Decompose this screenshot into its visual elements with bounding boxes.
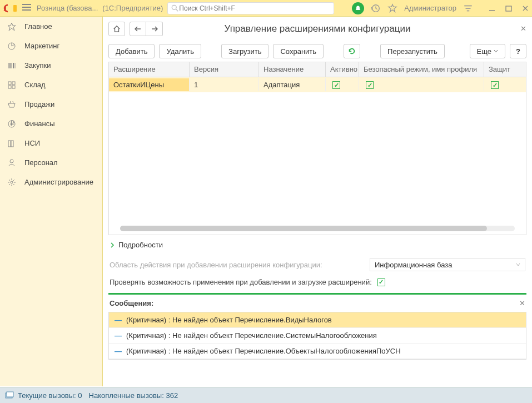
- favorite-icon[interactable]: [387, 3, 397, 13]
- sidebar-label: Закупки: [24, 61, 51, 69]
- forward-button[interactable]: [146, 22, 163, 36]
- scope-select[interactable]: Информационная база: [370, 258, 525, 271]
- restart-button[interactable]: Перезапустить: [380, 44, 445, 58]
- svg-line-3: [176, 9, 178, 11]
- app-logo: 1: [3, 3, 18, 14]
- add-button[interactable]: Добавить: [108, 44, 155, 58]
- checkbox-icon[interactable]: [491, 81, 499, 89]
- svg-rect-21: [12, 86, 15, 88]
- sidebar-label: Склад: [24, 81, 46, 89]
- search-input[interactable]: [179, 4, 330, 12]
- grid-icon: [7, 80, 17, 90]
- sidebar-label: Маркетинг: [24, 42, 59, 50]
- titlebar: 1 Розница (базова... (1С:Предприятие) Ад…: [0, 0, 532, 17]
- col-purpose[interactable]: Назначение: [259, 62, 326, 77]
- app-title: Розница (базова...: [37, 4, 98, 12]
- extensions-table: Расширение Версия Назначение Активно Без…: [108, 62, 526, 235]
- details-label: Подробности: [118, 241, 163, 249]
- delete-button[interactable]: Удалить: [159, 44, 201, 58]
- col-active[interactable]: Активно: [326, 62, 359, 77]
- sidebar-item-sales[interactable]: Продажи: [0, 94, 102, 114]
- app-subtitle: (1С:Предприятие): [102, 4, 163, 12]
- settings-lines-icon[interactable]: [463, 3, 473, 13]
- close-icon[interactable]: [522, 5, 529, 12]
- status-current: Текущие вызовы: 0: [18, 391, 82, 400]
- save-button[interactable]: Сохранить: [273, 44, 324, 58]
- scope-row: Область действия при добавлении расширен…: [103, 255, 532, 275]
- svg-rect-18: [8, 82, 11, 84]
- refresh-button[interactable]: [344, 44, 360, 58]
- dash-icon: —: [115, 347, 122, 355]
- sidebar-item-finance[interactable]: ₽ Финансы: [0, 114, 102, 133]
- pie-icon: [7, 41, 17, 51]
- chevron-down-icon: [516, 262, 520, 267]
- table-row[interactable]: ОстаткиИЦены 1 Адаптация: [109, 77, 526, 92]
- col-safemode[interactable]: Безопасный режим, имя профиля: [359, 62, 484, 77]
- more-label: Еще: [477, 47, 491, 56]
- toolbar: Добавить Удалить Загрузить Сохранить Пер…: [103, 41, 532, 62]
- main-area: Управление расширениями конфигурации ✕ Д…: [103, 17, 532, 386]
- sidebar-label: НСИ: [24, 139, 40, 147]
- cell-safemode[interactable]: [359, 78, 484, 92]
- sidebar-label: Администрирование: [24, 178, 93, 186]
- chevron-down-icon: [494, 49, 498, 53]
- sidebar-item-main[interactable]: Главное: [0, 17, 102, 36]
- star-icon: [7, 22, 17, 32]
- nav-group: [130, 22, 163, 36]
- checkbox-icon[interactable]: [366, 81, 374, 89]
- page-title: Управление расширениями конфигурации: [103, 23, 532, 34]
- svg-rect-24: [8, 141, 11, 147]
- cell-name: ОстаткиИЦены: [109, 78, 190, 91]
- search-wrap[interactable]: [167, 2, 334, 14]
- load-button[interactable]: Загрузить: [221, 44, 269, 58]
- basket-icon: [7, 99, 17, 110]
- user-label[interactable]: Администратор: [404, 4, 456, 12]
- history-icon[interactable]: [371, 3, 381, 13]
- messages-list: — (Критичная) : Не найден объект Перечис…: [108, 312, 526, 360]
- sidebar-item-nsi[interactable]: НСИ: [0, 133, 102, 153]
- horizontal-scrollbar[interactable]: [109, 223, 526, 233]
- sidebar-item-purchases[interactable]: Закупки: [0, 56, 102, 75]
- col-extension[interactable]: Расширение: [109, 62, 190, 77]
- sidebar-label: Финансы: [24, 120, 55, 128]
- message-row[interactable]: — (Критичная) : Не найден объект Перечис…: [109, 312, 526, 328]
- home-button[interactable]: [108, 22, 125, 36]
- cell-active[interactable]: [326, 78, 359, 92]
- svg-rect-29: [7, 392, 13, 397]
- minimize-icon[interactable]: [489, 5, 495, 12]
- sidebar-item-admin[interactable]: Администрирование: [0, 172, 102, 192]
- check-applicability-checkbox[interactable]: [377, 278, 385, 286]
- notification-bell[interactable]: [352, 2, 364, 14]
- checkbox-icon[interactable]: [332, 81, 340, 89]
- svg-point-26: [10, 160, 13, 163]
- svg-rect-9: [506, 6, 511, 11]
- message-row[interactable]: — (Критичная) : Не найден объект Перечис…: [109, 344, 526, 359]
- message-row[interactable]: — (Критичная) : Не найден объект Перечис…: [109, 328, 526, 344]
- col-protect[interactable]: Защит: [484, 62, 526, 77]
- details-toggle[interactable]: Подробности: [103, 235, 532, 255]
- hamburger-icon[interactable]: [22, 4, 31, 13]
- cell-protect[interactable]: [484, 78, 526, 92]
- message-text: (Критичная) : Не найден объект Перечисле…: [126, 347, 401, 355]
- barcode-icon: [7, 61, 17, 71]
- svg-rect-19: [12, 82, 15, 84]
- more-button[interactable]: Еще: [470, 44, 505, 58]
- sidebar-item-marketing[interactable]: Маркетинг: [0, 36, 102, 56]
- col-version[interactable]: Версия: [190, 62, 259, 77]
- maximize-icon[interactable]: [505, 5, 512, 12]
- messages-close-icon[interactable]: ✕: [519, 299, 525, 307]
- back-button[interactable]: [130, 22, 146, 36]
- cell-version: 1: [190, 78, 259, 91]
- sidebar-label: Главное: [24, 22, 52, 31]
- titlebar-right: Администратор: [352, 2, 529, 14]
- check-row: Проверять возможность применения при доб…: [103, 275, 532, 290]
- books-icon: [7, 138, 17, 148]
- page-close-icon[interactable]: ✕: [520, 24, 526, 33]
- sidebar-item-personnel[interactable]: Персонал: [0, 153, 102, 172]
- help-button[interactable]: ?: [510, 44, 526, 58]
- sidebar: Главное Маркетинг Закупки Склад Продажи …: [0, 17, 103, 386]
- sidebar-item-warehouse[interactable]: Склад: [0, 75, 102, 94]
- message-text: (Критичная) : Не найден объект Перечисле…: [126, 331, 377, 340]
- dash-icon: —: [115, 316, 122, 324]
- svg-rect-25: [11, 141, 13, 147]
